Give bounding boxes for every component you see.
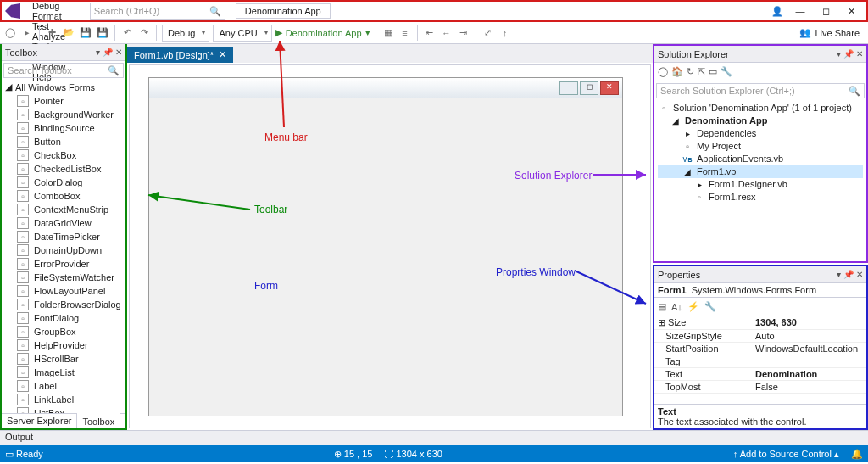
home-icon[interactable]: ◯ bbox=[658, 66, 668, 77]
toolbox-item-button[interactable]: ▫Button bbox=[2, 135, 125, 148]
prop-row-startposition[interactable]: StartPositionWindowsDefaultLocation bbox=[654, 343, 866, 355]
show-all-icon[interactable]: ▭ bbox=[709, 66, 717, 77]
home-icon[interactable]: 🏠 bbox=[671, 66, 683, 77]
tab-toolbox[interactable]: Toolbox bbox=[77, 413, 120, 428]
tree-solution-root[interactable]: ▫Solution 'Denomination App' (1 of 1 pro… bbox=[658, 102, 863, 115]
platform-combo[interactable]: Any CPU bbox=[213, 25, 271, 42]
size-icon[interactable]: ⤢ bbox=[481, 26, 495, 40]
property-pages-icon[interactable]: 🔧 bbox=[704, 301, 716, 312]
toolbox-item-datetimepicker[interactable]: ▫DateTimePicker bbox=[2, 230, 125, 243]
quicklaunch-search[interactable]: Search (Ctrl+Q) 🔍 bbox=[90, 3, 225, 20]
toolbox-item-helpprovider[interactable]: ▫HelpProvider bbox=[2, 338, 125, 352]
toolbox-item-backgroundworker[interactable]: ▫BackgroundWorker bbox=[2, 108, 125, 121]
live-share-button[interactable]: 👥 Live Share bbox=[799, 27, 865, 38]
toolbox-item-bindingsource[interactable]: ▫BindingSource bbox=[2, 121, 125, 135]
toolbox-item-datagridview[interactable]: ▫DataGridView bbox=[2, 216, 125, 230]
toolbox-item-groupbox[interactable]: ▫GroupBox bbox=[2, 325, 125, 338]
toolbox-item-icon: ▫ bbox=[17, 163, 29, 175]
undo-icon[interactable]: ↶ bbox=[120, 26, 134, 40]
menu-debug[interactable]: Debug bbox=[25, 1, 85, 11]
properties-icon[interactable]: 🔧 bbox=[721, 66, 732, 77]
align-center-icon[interactable]: ↔ bbox=[440, 26, 453, 40]
properties-object-selector[interactable]: Form1 System.Windows.Forms.Form bbox=[654, 283, 866, 298]
close-icon[interactable]: ✕ bbox=[219, 49, 226, 60]
spacing-icon[interactable]: ↕ bbox=[498, 26, 512, 40]
toolbox-item-fontdialog[interactable]: ▫FontDialog bbox=[2, 311, 125, 325]
new-project-icon[interactable]: ✚ bbox=[45, 26, 58, 40]
toolbox-item-icon: ▫ bbox=[17, 244, 29, 256]
form-min-icon[interactable]: — bbox=[559, 81, 578, 95]
pin-icon[interactable]: ▾ 📌 ✕ bbox=[837, 270, 863, 279]
design-surface[interactable]: — ◻ ✕ bbox=[129, 64, 651, 428]
toolbox-item-filesystemwatcher[interactable]: ▫FileSystemWatcher bbox=[2, 271, 125, 284]
refresh-icon[interactable]: ↻ bbox=[687, 66, 694, 77]
nav-back-icon[interactable]: ◯ bbox=[3, 26, 17, 40]
tab-server-explorer[interactable]: Server Explorer bbox=[2, 414, 77, 428]
tree-form1-resx[interactable]: ▫Form1.resx bbox=[658, 191, 863, 204]
toolbox-item-errorprovider[interactable]: ▫ErrorProvider bbox=[2, 257, 125, 271]
properties-toolbar: ▤ A↓ ⚡ 🔧 bbox=[654, 298, 866, 316]
align-left-icon[interactable]: ⇤ bbox=[423, 26, 437, 40]
pin-icon[interactable]: ▾ 📌 ✕ bbox=[96, 48, 122, 57]
align-icon[interactable]: ≡ bbox=[398, 26, 412, 40]
pin-icon[interactable]: ▾ 📌 ✕ bbox=[837, 49, 863, 59]
toolbox-item-icon: ▫ bbox=[17, 366, 29, 378]
minimize-button[interactable]: — bbox=[792, 6, 809, 16]
tree-appevents[interactable]: vʙApplicationEvents.vb bbox=[658, 153, 863, 165]
toolbox-item-flowlayoutpanel[interactable]: ▫FlowLayoutPanel bbox=[2, 284, 125, 298]
toolbox-item-checkbox[interactable]: ▫CheckBox bbox=[2, 148, 125, 162]
save-all-icon[interactable]: 💾 bbox=[96, 26, 109, 40]
save-icon[interactable]: 💾 bbox=[79, 26, 92, 40]
maximize-button[interactable]: ◻ bbox=[817, 6, 834, 17]
form-close-icon[interactable]: ✕ bbox=[600, 81, 619, 95]
menu-format[interactable]: Format bbox=[25, 11, 85, 21]
toolbox-item-imagelist[interactable]: ▫ImageList bbox=[2, 366, 125, 379]
toolbox-item-checkedlistbox[interactable]: ▫CheckedListBox bbox=[2, 162, 125, 176]
start-debug-button[interactable]: ▶ Denomination App ▾ bbox=[275, 27, 370, 38]
properties-grid[interactable]: ⊞ Size1304, 630 SizeGripStyleAuto StartP… bbox=[654, 316, 866, 404]
toolbox-item-folderbrowserdialog[interactable]: ▫FolderBrowserDialog bbox=[2, 298, 125, 311]
prop-row-size[interactable]: ⊞ Size1304, 630 bbox=[654, 316, 866, 330]
tree-myproject[interactable]: ▫My Project bbox=[658, 140, 863, 153]
toolbox-item-label[interactable]: ▫Label bbox=[2, 379, 125, 393]
output-panel-title[interactable]: Output bbox=[0, 430, 868, 445]
toolbox-item-combobox[interactable]: ▫ComboBox bbox=[2, 189, 125, 203]
toolbox-item-pointer[interactable]: ▫Pointer bbox=[2, 94, 125, 108]
prop-row-topmost[interactable]: TopMostFalse bbox=[654, 381, 866, 394]
categorized-icon[interactable]: ▤ bbox=[658, 301, 666, 312]
toolbox-search[interactable]: Search Toolbox 🔍 bbox=[3, 63, 124, 78]
status-source-control[interactable]: ↑ Add to Source Control ▴ bbox=[733, 449, 839, 460]
align-right-icon[interactable]: ⇥ bbox=[457, 26, 470, 40]
collapse-all-icon[interactable]: ⇱ bbox=[698, 66, 705, 77]
tree-project[interactable]: ◢Denomination App bbox=[658, 115, 863, 127]
user-avatar-icon[interactable]: 👤 bbox=[771, 6, 783, 17]
solution-explorer-search[interactable]: Search Solution Explorer (Ctrl+;) 🔍 bbox=[656, 83, 865, 98]
toolbox-group-header[interactable]: ◢ All Windows Forms bbox=[2, 80, 125, 94]
close-button[interactable]: ✕ bbox=[843, 6, 860, 17]
form-preview[interactable]: — ◻ ✕ bbox=[148, 77, 623, 416]
tree-form1-designer[interactable]: ▸Form1.Designer.vb bbox=[658, 178, 863, 191]
toolbox-item-icon: ▫ bbox=[17, 204, 29, 215]
prop-row-sizegripstyle[interactable]: SizeGripStyleAuto bbox=[654, 330, 866, 343]
redo-icon[interactable]: ↷ bbox=[137, 26, 151, 40]
form-max-icon[interactable]: ◻ bbox=[580, 81, 598, 95]
layout-icon[interactable]: ▦ bbox=[381, 26, 395, 40]
toolbox-item-linklabel[interactable]: ▫LinkLabel bbox=[2, 393, 125, 406]
alphabetical-icon[interactable]: A↓ bbox=[671, 302, 682, 312]
events-icon[interactable]: ⚡ bbox=[687, 301, 699, 312]
prop-row-text[interactable]: TextDenomination bbox=[654, 368, 866, 381]
toolbox-item-hscrollbar[interactable]: ▫HScrollBar bbox=[2, 352, 125, 366]
nav-fwd-icon[interactable]: ▸ bbox=[20, 26, 34, 40]
prop-row-tag[interactable]: Tag bbox=[654, 355, 866, 368]
config-combo[interactable]: Debug bbox=[162, 25, 209, 42]
doc-tab-form1[interactable]: Form1.vb [Design]* ✕ bbox=[127, 47, 233, 63]
status-notifications-icon[interactable]: 🔔 bbox=[851, 449, 863, 460]
toolbox-item-contextmenustrip[interactable]: ▫ContextMenuStrip bbox=[2, 203, 125, 216]
toolbox-item-domainupdown[interactable]: ▫DomainUpDown bbox=[2, 243, 125, 257]
toolbox-item-listbox[interactable]: ▫ListBox bbox=[2, 406, 125, 413]
tree-form1[interactable]: ◢Form1.vb bbox=[658, 165, 863, 178]
toolbox-item-colordialog[interactable]: ▫ColorDialog bbox=[2, 176, 125, 189]
search-placeholder: Search (Ctrl+Q) bbox=[94, 6, 159, 16]
tree-dependencies[interactable]: ▸Dependencies bbox=[658, 127, 863, 140]
open-icon[interactable]: 📂 bbox=[62, 26, 75, 40]
